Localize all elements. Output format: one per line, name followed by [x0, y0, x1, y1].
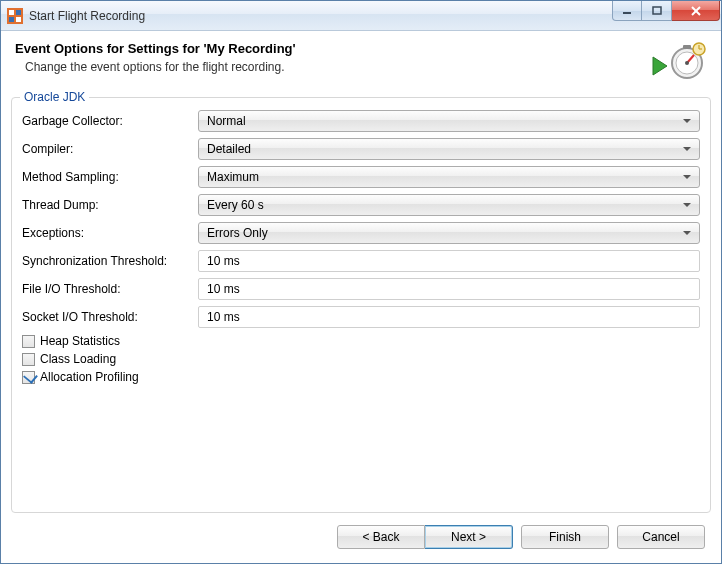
garbage-collector-select[interactable]: Normal: [198, 110, 700, 132]
svg-rect-3: [9, 17, 14, 22]
svg-rect-6: [653, 7, 661, 14]
cancel-button[interactable]: Cancel: [617, 525, 705, 549]
next-button[interactable]: Next >: [425, 525, 513, 549]
window-title: Start Flight Recording: [29, 9, 612, 23]
garbage-collector-label: Garbage Collector:: [22, 114, 198, 128]
svg-marker-17: [653, 57, 667, 75]
back-button[interactable]: < Back: [337, 525, 425, 549]
method-sampling-label: Method Sampling:: [22, 170, 198, 184]
page-title: Event Options for Settings for 'My Recor…: [15, 41, 647, 56]
sync-threshold-input[interactable]: 10 ms: [198, 250, 700, 272]
heap-statistics-checkbox[interactable]: [22, 335, 35, 348]
button-bar: < Back Next > Finish Cancel: [1, 519, 721, 563]
socket-io-threshold-value: 10 ms: [207, 310, 240, 324]
svg-point-12: [685, 61, 689, 65]
dialog-window: Start Flight Recording Event Options for…: [0, 0, 722, 564]
exceptions-value: Errors Only: [207, 226, 268, 240]
window-buttons: [612, 1, 721, 30]
socket-io-threshold-input[interactable]: 10 ms: [198, 306, 700, 328]
thread-dump-select[interactable]: Every 60 s: [198, 194, 700, 216]
chevron-down-icon: [683, 147, 691, 151]
chevron-down-icon: [683, 175, 691, 179]
exceptions-select[interactable]: Errors Only: [198, 222, 700, 244]
class-loading-checkbox[interactable]: [22, 353, 35, 366]
minimize-button[interactable]: [612, 1, 642, 21]
page-subtitle: Change the event options for the flight …: [25, 60, 647, 74]
thread-dump-value: Every 60 s: [207, 198, 264, 212]
chevron-down-icon: [683, 119, 691, 123]
maximize-button[interactable]: [642, 1, 672, 21]
banner: Event Options for Settings for 'My Recor…: [1, 31, 721, 95]
close-button[interactable]: [672, 1, 720, 21]
file-io-threshold-label: File I/O Threshold:: [22, 282, 198, 296]
file-io-threshold-value: 10 ms: [207, 282, 240, 296]
method-sampling-value: Maximum: [207, 170, 259, 184]
svg-rect-4: [16, 17, 21, 22]
compiler-select[interactable]: Detailed: [198, 138, 700, 160]
sync-threshold-label: Synchronization Threshold:: [22, 254, 198, 268]
app-icon: [7, 8, 23, 24]
chevron-down-icon: [683, 203, 691, 207]
svg-rect-1: [9, 10, 14, 15]
chevron-down-icon: [683, 231, 691, 235]
socket-io-threshold-label: Socket I/O Threshold:: [22, 310, 198, 324]
group-legend: Oracle JDK: [20, 90, 89, 104]
heap-statistics-label: Heap Statistics: [40, 334, 120, 348]
file-io-threshold-input[interactable]: 10 ms: [198, 278, 700, 300]
content-area: Oracle JDK Garbage Collector: Normal Com…: [1, 95, 721, 519]
oracle-jdk-group: Oracle JDK Garbage Collector: Normal Com…: [11, 97, 711, 513]
finish-button[interactable]: Finish: [521, 525, 609, 549]
sync-threshold-value: 10 ms: [207, 254, 240, 268]
svg-rect-2: [16, 10, 21, 15]
garbage-collector-value: Normal: [207, 114, 246, 128]
allocation-profiling-label: Allocation Profiling: [40, 370, 139, 384]
exceptions-label: Exceptions:: [22, 226, 198, 240]
title-bar: Start Flight Recording: [1, 1, 721, 31]
method-sampling-select[interactable]: Maximum: [198, 166, 700, 188]
banner-icon: [647, 41, 707, 83]
compiler-value: Detailed: [207, 142, 251, 156]
allocation-profiling-checkbox[interactable]: [22, 371, 35, 384]
class-loading-label: Class Loading: [40, 352, 116, 366]
minimize-icon: [622, 6, 632, 16]
svg-rect-13: [683, 45, 691, 49]
maximize-icon: [652, 6, 662, 16]
svg-rect-5: [623, 12, 631, 14]
thread-dump-label: Thread Dump:: [22, 198, 198, 212]
compiler-label: Compiler:: [22, 142, 198, 156]
close-icon: [690, 6, 702, 16]
